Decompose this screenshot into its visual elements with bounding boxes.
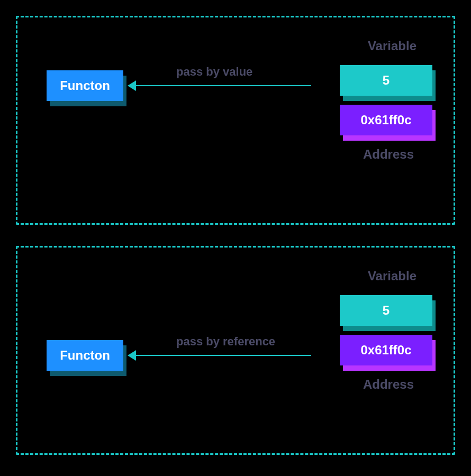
function-label: Functon bbox=[60, 348, 110, 363]
arrow-pass-by-value bbox=[129, 85, 311, 86]
variable-label: Variable bbox=[368, 269, 416, 283]
address-label: Address bbox=[363, 147, 414, 162]
address-text: 0x61ff0c bbox=[360, 113, 411, 127]
address-label: Address bbox=[363, 377, 414, 392]
address-box: 0x61ff0c bbox=[340, 105, 432, 135]
function-box: Functon bbox=[47, 340, 123, 371]
address-box: 0x61ff0c bbox=[340, 335, 432, 365]
value-box: 5 bbox=[340, 65, 432, 96]
value-text: 5 bbox=[383, 303, 390, 318]
arrow-label: pass by value bbox=[176, 65, 252, 79]
address-text: 0x61ff0c bbox=[360, 343, 411, 358]
panel-pass-by-value: Variable Functon pass by value 5 0x61ff0… bbox=[16, 16, 455, 225]
arrow-label: pass by reference bbox=[176, 335, 275, 349]
value-text: 5 bbox=[383, 73, 390, 88]
panel-pass-by-reference: Variable Functon pass by reference 5 0x6… bbox=[16, 246, 455, 455]
function-label: Functon bbox=[60, 78, 110, 93]
value-box: 5 bbox=[340, 295, 432, 326]
function-box: Functon bbox=[47, 70, 123, 101]
variable-label: Variable bbox=[368, 39, 416, 53]
arrow-pass-by-reference bbox=[129, 355, 311, 356]
